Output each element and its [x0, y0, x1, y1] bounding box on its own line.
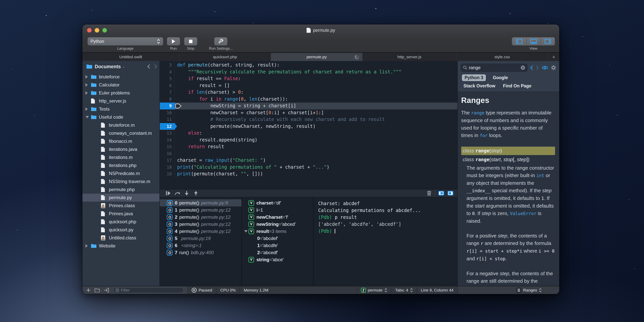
disclosure-triangle[interactable] — [86, 91, 91, 95]
stack-frame-6[interactable]: {}6<string>:1 — [160, 242, 242, 249]
stack-frame-5[interactable]: {}5permute.py:19 — [160, 235, 242, 242]
variable-newString[interactable]: VnewString = 'abced' — [242, 220, 313, 228]
clear-console-button[interactable] — [427, 190, 432, 196]
close-button[interactable] — [87, 28, 92, 32]
file-tree-item-quicksort.py[interactable]: quicksort.py — [82, 226, 160, 234]
new-folder-button[interactable] — [95, 288, 100, 292]
file-tree-item-NSPredicate.m[interactable]: NSPredicate.m — [82, 170, 160, 178]
variable-i[interactable]: Vi = 1 — [242, 206, 313, 214]
variable-charset[interactable]: Vcharset = 'df' — [242, 199, 313, 206]
line-number[interactable]: 11 — [160, 116, 175, 123]
line-number[interactable]: 10 — [160, 110, 175, 116]
file-tree-item-Calculator[interactable]: Calculator — [82, 81, 160, 89]
forward-button[interactable] — [154, 64, 157, 69]
disclosure-triangle[interactable] — [86, 75, 91, 78]
file-tree-item-Website[interactable]: Website — [82, 242, 160, 250]
disclosure-triangle[interactable] — [86, 83, 91, 87]
stop-button[interactable] — [184, 37, 198, 46]
line-number[interactable]: 6 — [160, 82, 175, 89]
file-tree-item-Useful code[interactable]: Useful code — [82, 113, 160, 121]
minimize-button[interactable] — [95, 28, 99, 32]
file-tree-item-permute.php[interactable]: permute.php — [82, 186, 160, 194]
line-number[interactable]: 12 — [160, 123, 175, 130]
variable-2[interactable]: 2 = 'abcedf' — [242, 249, 313, 256]
file-tree-item-quicksort.php[interactable]: quicksort.php — [82, 218, 160, 226]
line-number[interactable]: 8 — [160, 96, 175, 103]
file-tree-item-bruteforce[interactable]: bruteforce — [82, 73, 160, 81]
add-file-button[interactable] — [86, 288, 90, 292]
file-tree-item-Tests[interactable]: Tests — [82, 105, 160, 113]
docs-tab-Python 3[interactable]: Python 3 — [462, 74, 486, 81]
disclosure-triangle[interactable] — [86, 244, 91, 248]
disclosure-triangle[interactable] — [86, 116, 91, 118]
tab-Untitled.swift[interactable]: Untitled.swift — [82, 53, 180, 61]
view-left-panel-button[interactable] — [512, 38, 526, 45]
toggle-right-console-button[interactable] — [447, 191, 454, 196]
docs-forward-button[interactable] — [536, 65, 539, 70]
file-tree-item-conways_constant.m[interactable]: conways_constant.m — [82, 129, 160, 137]
back-button[interactable] — [147, 64, 150, 69]
docs-tab-Google[interactable]: Google — [493, 75, 508, 80]
disclosure-triangle[interactable] — [86, 107, 91, 111]
file-tree-item-NSString traverse.m[interactable]: NSString traverse.m — [82, 178, 160, 186]
run-settings-button[interactable] — [214, 37, 228, 46]
tab-style.css[interactable]: style.css — [456, 53, 548, 61]
stack-frame-1[interactable]: {}1permute()permute.py:12 — [160, 206, 242, 214]
file-tree-item-iterations.php[interactable]: iterations.php — [82, 162, 160, 170]
toggle-left-console-button[interactable] — [438, 191, 444, 196]
step-over-button[interactable] — [173, 191, 182, 195]
run-button[interactable] — [167, 37, 180, 46]
line-number[interactable]: 9 — [160, 102, 175, 110]
gear-icon[interactable] — [551, 65, 556, 70]
file-tree-item-iterations.java[interactable]: iterations.java — [82, 145, 160, 153]
view-bottom-panel-button[interactable] — [526, 38, 540, 45]
docs-search-field[interactable]: range — [461, 64, 528, 72]
line-number[interactable]: 18 — [160, 164, 175, 171]
line-number[interactable]: 17 — [160, 157, 175, 164]
docs-tab-Find On Page[interactable]: Find On Page — [503, 84, 531, 88]
console-pane[interactable]: Charset: abcdefCalculating permutations … — [314, 198, 457, 286]
view-right-panel-button[interactable] — [540, 38, 555, 45]
file-tree-item-Primes.class[interactable]: CLASSPrimes.class — [82, 202, 160, 210]
file-tree-item-bruteforce.m[interactable]: bruteforce.m — [82, 121, 160, 129]
code-editor[interactable]: 3def permute(charset, string, result):4 … — [160, 61, 457, 189]
reveal-in-finder-button[interactable] — [104, 288, 109, 292]
file-tree-item-Untitled.class[interactable]: CLASSUntitled.class — [82, 234, 160, 242]
line-number[interactable]: 19 — [160, 170, 175, 178]
line-number[interactable]: 4 — [160, 68, 175, 76]
stack-frame-0[interactable]: {}0permute()permute.py:9 — [160, 199, 242, 206]
line-number[interactable]: 5 — [160, 75, 175, 82]
file-tree-item-iterations.m[interactable]: iterations.m — [82, 153, 160, 162]
line-number[interactable]: 16 — [160, 150, 175, 157]
eye-icon[interactable] — [542, 65, 548, 70]
stack-frame-4[interactable]: {}4permute()permute.py:12 — [160, 228, 242, 235]
file-tree-item-permute.py[interactable]: permute.py — [82, 194, 160, 202]
line-number[interactable]: 13 — [160, 130, 175, 137]
variable-result[interactable]: Vresult = 3 items — [242, 228, 313, 235]
tabs-selector[interactable]: Tabs: 4 — [392, 288, 417, 292]
scope-selector[interactable]: ƒ permute — [357, 288, 391, 293]
file-tree-item-fibonacci.m[interactable]: fibonacci.m — [82, 137, 160, 145]
tab-http_server.js[interactable]: http_server.js — [363, 53, 456, 61]
documents-root[interactable]: Documents — [95, 64, 121, 70]
tab-permute.py[interactable]: permute.py — [271, 53, 363, 61]
docs-back-button[interactable] — [530, 65, 533, 70]
line-number[interactable]: 7 — [160, 89, 175, 96]
filter-input[interactable]: Filter — [113, 287, 184, 293]
variable-newCharset[interactable]: VnewCharset = 'f' — [242, 214, 313, 220]
disclosure-triangle[interactable] — [244, 230, 248, 232]
stack-frame-7[interactable]: {}7run()bdb.py:400 — [160, 249, 242, 256]
tab-quicksort.php[interactable]: quicksort.php — [180, 53, 271, 61]
stack-frame-3[interactable]: {}3permute()permute.py:12 — [160, 220, 242, 228]
line-number[interactable]: 15 — [160, 143, 175, 150]
variable-0[interactable]: 0 = 'abcdef' — [242, 235, 313, 242]
zoom-button[interactable] — [102, 28, 107, 32]
variable-1[interactable]: 1 = 'abcdfe' — [242, 242, 313, 249]
stack-frame-2[interactable]: {}2permute()permute.py:12 — [160, 214, 242, 220]
step-out-button[interactable] — [191, 191, 200, 196]
language-dropdown[interactable]: Python — [88, 37, 163, 46]
line-number[interactable]: 3 — [160, 62, 175, 68]
variable-string[interactable]: Vstring = 'abce' — [242, 256, 313, 263]
file-tree-item-Euler problems[interactable]: Euler problems — [82, 89, 160, 97]
file-tree-item-Primes.java[interactable]: Primes.java — [82, 210, 160, 218]
